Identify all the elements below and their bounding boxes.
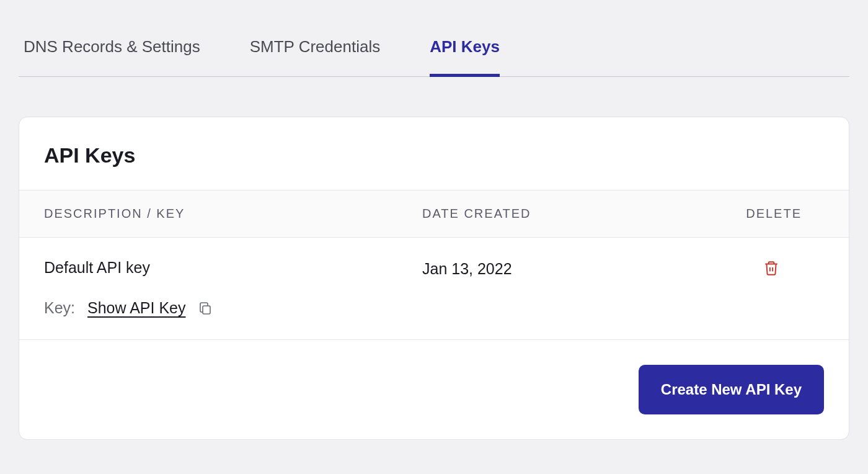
column-header-delete: DELETE bbox=[689, 207, 824, 221]
api-key-name: Default API key bbox=[44, 259, 422, 277]
card-footer: Create New API Key bbox=[19, 340, 849, 439]
tab-smtp-credentials[interactable]: SMTP Credentials bbox=[250, 37, 381, 77]
api-key-date: Jan 13, 2022 bbox=[422, 259, 689, 278]
table-row: Default API key Key: Show API Key Jan 13… bbox=[19, 238, 849, 340]
table-header: DESCRIPTION / KEY DATE CREATED DELETE bbox=[19, 190, 849, 238]
api-keys-card: API Keys DESCRIPTION / KEY DATE CREATED … bbox=[19, 117, 849, 440]
tab-api-keys[interactable]: API Keys bbox=[430, 37, 500, 77]
show-api-key-link[interactable]: Show API Key bbox=[87, 299, 185, 317]
key-label: Key: bbox=[44, 299, 75, 317]
trash-icon[interactable] bbox=[689, 259, 802, 276]
copy-icon[interactable] bbox=[198, 301, 213, 316]
svg-rect-0 bbox=[203, 306, 210, 314]
card-title: API Keys bbox=[44, 143, 824, 168]
create-new-api-key-button[interactable]: Create New API Key bbox=[639, 365, 824, 414]
column-header-description: DESCRIPTION / KEY bbox=[44, 207, 422, 221]
card-header: API Keys bbox=[19, 117, 849, 190]
column-header-date-created: DATE CREATED bbox=[422, 207, 689, 221]
tabs-bar: DNS Records & Settings SMTP Credentials … bbox=[19, 0, 849, 77]
tab-dns-records-settings[interactable]: DNS Records & Settings bbox=[24, 37, 200, 77]
